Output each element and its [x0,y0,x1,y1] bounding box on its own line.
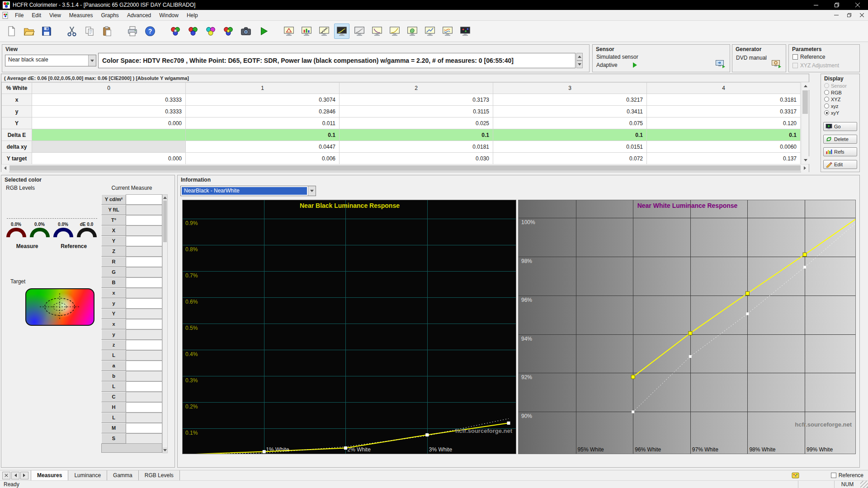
radio-xyz[interactable]: XYZ [824,96,847,103]
value-cell[interactable]: 0.1 [186,129,340,141]
measure-row-value[interactable] [126,329,162,340]
value-cell[interactable]: 0.1 [493,129,647,141]
value-cell[interactable]: 0.3411 [493,106,647,117]
value-cell[interactable]: 0.000 [32,153,186,164]
scroll-up-icon[interactable] [802,82,809,90]
scroll-left-icon[interactable] [1,164,9,172]
value-cell[interactable]: 0.3317 [647,106,801,117]
go-button[interactable]: Go [823,122,857,131]
tab-close-button[interactable] [2,472,10,479]
measure-row-value[interactable] [126,215,162,225]
measure-row-value[interactable] [126,371,162,381]
measure-row-value[interactable] [126,392,162,402]
measure-row-value[interactable] [126,402,162,413]
measure-row-value[interactable] [126,381,162,392]
value-cell[interactable]: 0.137 [647,153,801,164]
copy-button[interactable] [82,23,97,39]
value-cell[interactable]: 0.3115 [340,106,493,117]
table-horizontal-scrollbar[interactable] [1,164,809,172]
value-cell[interactable]: 0.3333 [32,94,186,106]
horizontal-scroll-thumb[interactable] [9,165,801,171]
snapshot-button[interactable] [238,23,254,39]
value-cell[interactable]: 0.0151 [493,141,647,153]
measure-row-value[interactable] [126,288,162,298]
spin-up-icon[interactable] [576,53,583,61]
value-cell[interactable]: 0.3333 [32,106,186,117]
value-cell[interactable]: 0.0447 [186,141,340,153]
measure-row-value[interactable] [126,225,162,236]
tab-scroll-right-button[interactable] [20,472,28,479]
menu-help[interactable]: Help [183,10,202,20]
view-cie-button[interactable] [405,23,420,39]
color-settings-icon[interactable] [792,472,799,479]
measure-list-scrollbar[interactable] [162,194,168,453]
menu-file[interactable]: File [11,10,28,20]
measure-row-value[interactable] [126,423,162,433]
scroll-down-icon[interactable] [802,156,809,164]
value-cell[interactable]: 0.006 [186,153,340,164]
edit-button[interactable]: Edit [823,160,857,169]
measure-scroll-thumb[interactable] [163,201,167,242]
paste-button[interactable] [99,23,115,39]
measure-secondaries-button[interactable] [203,23,218,39]
menu-view[interactable]: View [45,10,65,20]
measure-row-value[interactable] [126,246,162,257]
value-cell[interactable]: 0.3173 [340,94,493,106]
measure-row-value[interactable] [126,205,162,215]
measure-row-value[interactable] [126,236,162,246]
close-button[interactable] [847,0,868,10]
scroll-right-icon[interactable] [801,164,809,172]
mdi-restore-button[interactable] [843,10,855,20]
view-satluma-button[interactable] [422,23,438,39]
column-header[interactable]: 3 [493,83,647,94]
mdi-close-button[interactable] [855,10,868,20]
menu-advanced[interactable]: Advanced [123,10,155,20]
value-cell[interactable] [32,129,186,141]
table-vertical-scrollbar[interactable] [801,82,809,164]
tab-rgb-levels[interactable]: RGB Levels [139,470,180,480]
measure-row-value[interactable] [126,194,162,205]
information-view-select[interactable]: NearBlack - NearWhite [180,186,316,196]
value-cell[interactable]: 0.3074 [186,94,340,106]
vertical-scroll-thumb[interactable] [802,90,808,114]
column-header[interactable]: 2 [340,83,493,94]
open-file-button[interactable] [21,23,37,39]
value-cell[interactable]: 0.2846 [186,106,340,117]
measure-row-value[interactable] [126,350,162,361]
value-cell[interactable]: 0.030 [340,153,493,164]
view-gamma-button[interactable] [369,23,385,39]
measure-row-value[interactable] [126,277,162,288]
delete-button[interactable]: Delete [823,135,857,144]
spin-down-icon[interactable] [576,61,583,68]
measure-row-value[interactable] [126,340,162,350]
tab-gamma[interactable]: Gamma [107,470,139,480]
column-header[interactable]: 1 [186,83,340,94]
menu-window[interactable]: Window [155,10,183,20]
value-cell[interactable]: 0.120 [647,117,801,129]
chevron-down-icon[interactable] [88,55,96,66]
scale-select[interactable]: Near black scale [5,55,96,66]
view-colortemp-button[interactable] [440,23,455,39]
print-button[interactable] [125,23,140,39]
value-cell[interactable]: 0.000 [32,117,186,129]
measure-row-value[interactable] [126,298,162,309]
mdi-minimize-button[interactable] [830,10,843,20]
measure-row-value[interactable] [126,257,162,267]
measure-all-button[interactable] [221,23,236,39]
info-spinner[interactable] [576,53,583,68]
value-cell[interactable]: 0.072 [493,153,647,164]
value-cell[interactable] [32,141,186,153]
resize-grip[interactable] [860,481,868,488]
view-rgb-levels-button[interactable] [299,23,314,39]
value-cell[interactable]: 0.3217 [493,94,647,106]
about-button[interactable]: ? [142,23,158,39]
column-header[interactable]: 0 [32,83,186,94]
refs-button[interactable]: Refs [823,147,857,156]
measure-primaries-button[interactable] [185,23,201,39]
cut-button[interactable] [64,23,80,39]
sensor-settings-button[interactable] [714,58,726,69]
menu-measures[interactable]: Measures [65,10,97,20]
radio-xyz[interactable]: xyz [824,103,847,109]
value-cell[interactable]: 0.011 [186,117,340,129]
measure-row-value[interactable] [126,267,162,277]
